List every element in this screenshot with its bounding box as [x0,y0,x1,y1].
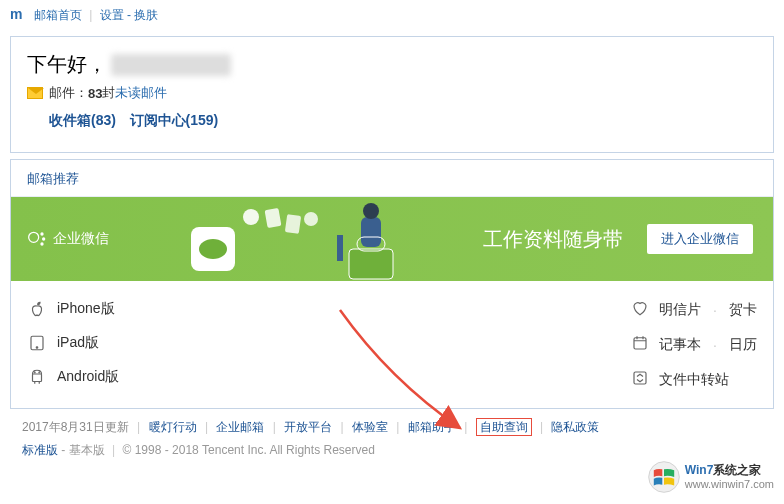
update-date: 2017年8月31日更新 [22,420,129,434]
separator: | [89,8,92,22]
self-query-highlight: 自助查询 [476,418,532,436]
mail-prefix: 邮件： [49,84,88,102]
postcard-link[interactable]: 明信片 · 贺卡 [631,299,757,320]
wework-banner[interactable]: 企业微信 工作资料随身带 进入企业微信 [11,197,773,281]
watermark-url: www.winwin7.com [685,478,774,491]
footer-link[interactable]: 开放平台 [284,420,332,434]
footer-link[interactable]: 隐私政策 [551,420,599,434]
envelope-icon [27,87,43,99]
postcard-label: 明信片 [659,301,701,319]
svg-point-23 [648,462,679,493]
greeting-card: 下午好， 邮件： 83 封 未读邮件 收件箱(83) 订阅中心(159) [10,36,774,153]
platform-row: iPhone版 iPad版 Android版 明信片 · 贺卡 记事本 · [11,281,773,408]
greeting: 下午好， [27,51,757,78]
iphone-link[interactable]: iPhone版 [27,299,119,319]
folder-links: 收件箱(83) 订阅中心(159) [27,112,757,130]
notebook-label: 记事本 [659,336,701,354]
footer-links: 2017年8月31日更新 | 暖灯行动 | 企业邮箱 | 开放平台 | 体验室 … [22,419,774,436]
unread-link[interactable]: 未读邮件 [115,84,167,102]
svg-rect-18 [33,374,42,382]
footer-link[interactable]: 体验室 [352,420,388,434]
svg-rect-15 [337,235,343,261]
svg-rect-8 [265,208,282,228]
banner-illustration [161,197,421,281]
transfer-link[interactable]: 文件中转站 [631,369,757,390]
svg-point-1 [40,232,43,235]
footer-link[interactable]: 邮箱助手 [408,420,456,434]
greeting-text: 下午好， [27,51,107,78]
separator: - [61,443,68,457]
greetingcard-label: 贺卡 [729,301,757,319]
svg-rect-6 [205,241,221,251]
ipad-label: iPad版 [57,334,99,352]
android-icon [27,367,47,387]
wework-label: 企业微信 [27,229,109,249]
footer-link-self-query[interactable]: 自助查询 [480,420,528,434]
wework-text: 企业微信 [53,230,109,248]
notebook-link[interactable]: 记事本 · 日历 [631,334,757,355]
footer-link[interactable]: 企业邮箱 [216,420,264,434]
ipad-link[interactable]: iPad版 [27,333,119,353]
mail-summary: 邮件： 83 封 未读邮件 [27,84,757,102]
tablet-icon [27,333,47,353]
svg-rect-13 [349,249,393,279]
svg-rect-11 [361,217,381,247]
calendar-label: 日历 [729,336,757,354]
recommend-card: 邮箱推荐 企业微信 工作资料随身带 进入企业微信 [10,159,774,409]
mail-count: 83 [88,86,102,101]
copyright: 标准版 - 基本版 | © 1998 - 2018 Tencent Inc. A… [22,442,774,459]
nav-skin[interactable]: 换肤 [134,8,158,22]
platform-list-right: 明信片 · 贺卡 记事本 · 日历 文件中转站 [631,289,757,400]
wework-icon [27,229,47,249]
svg-point-12 [363,203,379,219]
enter-wework-button[interactable]: 进入企业微信 [647,224,753,254]
svg-point-20 [39,372,40,373]
transfer-icon [631,369,649,390]
svg-point-3 [40,242,43,245]
transfer-label: 文件中转站 [659,371,729,389]
heart-icon [631,299,649,320]
separator: · [713,302,717,318]
iphone-label: iPhone版 [57,300,115,318]
svg-point-17 [36,347,38,349]
top-nav: m 邮箱首页 | 设置 - 换肤 [0,0,784,30]
footer: 2017年8月31日更新 | 暖灯行动 | 企业邮箱 | 开放平台 | 体验室 … [22,419,774,459]
recommend-header: 邮箱推荐 [11,160,773,197]
svg-point-10 [304,212,318,226]
svg-point-7 [243,209,259,225]
apple-icon [27,299,47,319]
logo-suffix: m [10,6,22,22]
calendar-icon [631,334,649,355]
android-link[interactable]: Android版 [27,367,119,387]
watermark-brand: Win7系统之家 [685,463,774,477]
svg-point-0 [29,232,39,242]
standard-version-link[interactable]: 标准版 [22,443,58,457]
nav-settings[interactable]: 设置 [100,8,124,22]
subscription-link[interactable]: 订阅中心(159) [130,112,219,128]
separator: · [713,337,717,353]
basic-version: 基本版 [69,443,105,457]
svg-point-2 [42,237,45,240]
android-label: Android版 [57,368,119,386]
svg-point-19 [34,372,35,373]
copyright-text: © 1998 - 2018 Tencent Inc. All Rights Re… [123,443,375,457]
platform-list-left: iPhone版 iPad版 Android版 [27,289,119,400]
inbox-link[interactable]: 收件箱(83) [49,112,116,128]
win7-logo-icon [647,460,681,494]
watermark: Win7系统之家 www.winwin7.com [647,460,774,494]
banner-slogan: 工作资料随身带 [483,226,623,253]
watermark-text: Win7系统之家 www.winwin7.com [685,463,774,491]
svg-rect-21 [634,338,646,349]
username-blurred [111,54,231,76]
svg-rect-9 [285,214,301,234]
mail-suffix: 封 [102,84,115,102]
footer-link[interactable]: 暖灯行动 [149,420,197,434]
nav-home[interactable]: 邮箱首页 [34,8,82,22]
